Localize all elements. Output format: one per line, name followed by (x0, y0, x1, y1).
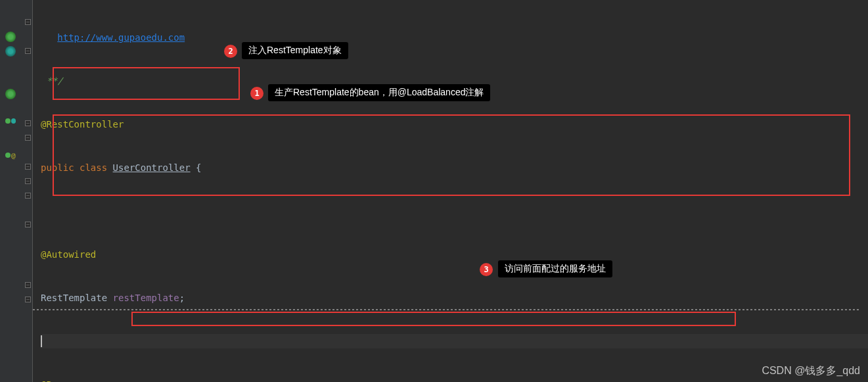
text-caret (41, 335, 42, 347)
callout-text-1: 生产RestTemplate的bean，用@LoadBalanced注解 (268, 84, 490, 101)
bean-at-icon[interactable]: @ (5, 150, 16, 160)
autowired-icon[interactable] (5, 89, 16, 99)
class-name: UserController (113, 160, 191, 175)
callout-badge-1: 1 (250, 87, 263, 100)
anno-restcontroller: @RestController (41, 117, 124, 131)
fold-marker[interactable] (25, 48, 31, 54)
anno-bean: @Bean (41, 377, 68, 382)
override-icon[interactable] (5, 118, 16, 129)
anno-autowired: @Autowired (41, 247, 96, 262)
comment-close: **/ (41, 74, 63, 88)
code-editor[interactable]: @ http://www.gupaoedu.com **/ @RestContr… (0, 0, 868, 382)
field-resttemplate: restTemplate (113, 291, 179, 305)
callout-badge-2: 2 (224, 45, 237, 58)
fold-marker[interactable] (25, 297, 31, 302)
class-icon[interactable] (5, 46, 16, 57)
fold-marker[interactable] (25, 178, 31, 184)
gutter: @ (0, 0, 33, 382)
callout-text-2: 注入RestTemplate对象 (242, 42, 348, 59)
highlight-box-return (131, 312, 736, 326)
watermark: CSDN @钱多多_qdd (762, 364, 860, 378)
url-comment: http://www.gupaoedu.com (57, 30, 185, 45)
fold-marker[interactable] (25, 222, 31, 227)
code-content[interactable]: http://www.gupaoedu.com **/ @RestControl… (33, 0, 868, 382)
callout-text-3: 访问前面配过的服务地址 (498, 260, 612, 277)
fold-marker[interactable] (25, 193, 31, 199)
fold-marker[interactable] (25, 164, 31, 170)
callout-badge-3: 3 (480, 263, 493, 276)
fold-marker[interactable] (25, 120, 31, 126)
fold-marker[interactable] (25, 282, 31, 288)
fold-marker[interactable] (25, 19, 31, 25)
wavy-separator (33, 309, 861, 310)
fold-marker[interactable] (25, 135, 31, 141)
spring-bean-icon[interactable] (5, 32, 16, 42)
